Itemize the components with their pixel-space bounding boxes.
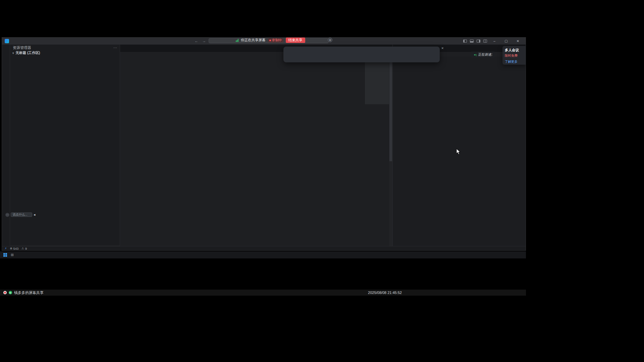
speaking-label: 正在讲述: bbox=[478, 52, 493, 57]
more-actions-icon[interactable]: ⋯ bbox=[113, 46, 117, 50]
layout-customize-icon[interactable] bbox=[483, 40, 487, 43]
explorer-header: 资源管理器 ⋯ bbox=[10, 45, 120, 51]
recording-dot-icon bbox=[269, 40, 271, 41]
recording-timestamp: 2025/08/08 21:45:52 bbox=[368, 291, 523, 295]
maximize-button[interactable]: ▢ bbox=[502, 39, 511, 43]
scrollbar-thumb[interactable] bbox=[389, 57, 392, 161]
comment-icon[interactable]: ⋯ bbox=[5, 213, 9, 217]
recording-bar-title: 钱多多的屏幕共享 bbox=[14, 290, 44, 295]
minimize-button[interactable]: – bbox=[490, 39, 499, 43]
promo-card: 多人会议 限时免费 了解更多 bbox=[502, 46, 526, 65]
speaking-indicator: ◄) 正在讲述: bbox=[471, 52, 495, 58]
explorer-title: 资源管理器 bbox=[13, 45, 31, 50]
windows-taskbar: ⊞ bbox=[0, 251, 526, 258]
comment-collapse-icon[interactable]: ◀ bbox=[34, 214, 35, 216]
mouse-cursor-icon bbox=[456, 148, 461, 156]
toggle-panel-icon[interactable] bbox=[470, 40, 474, 43]
file-tree bbox=[10, 55, 120, 246]
toolbar-close-icon[interactable]: ✕ bbox=[441, 47, 444, 50]
editor-group-2 bbox=[392, 45, 526, 246]
recording-bar: ▶ 钱多多的屏幕共享 2025/08/08 21:45:52 bbox=[0, 290, 526, 296]
workspace-section[interactable]: ∨ 无标题 (工作区) bbox=[10, 51, 120, 55]
screen: ← → – ▢ ✕ 资源管理器 ⋯ ∨ bbox=[0, 0, 644, 362]
promo-title: 多人会议 bbox=[505, 48, 524, 53]
workspace-label: 无标题 (工作区) bbox=[16, 51, 40, 55]
ide-window: ← → – ▢ ✕ 资源管理器 ⋯ ∨ bbox=[2, 37, 526, 251]
close-button[interactable]: ✕ bbox=[514, 39, 522, 43]
minimap-slider[interactable] bbox=[365, 57, 389, 104]
task-view-icon[interactable]: ⊞ bbox=[9, 253, 15, 257]
editor-group-1 bbox=[120, 45, 392, 246]
screen-share-banner: 你正在共享屏幕 录制中 结束共享 bbox=[236, 38, 305, 43]
error-icon: ⊗ bbox=[10, 247, 12, 250]
scrollbar[interactable] bbox=[389, 57, 392, 246]
warning-icon: ⚠ bbox=[21, 247, 24, 250]
status-bar: ⚡ ⊗ 543 ⚠ 9 bbox=[2, 246, 526, 250]
problems-warnings[interactable]: ⚠ 9 bbox=[21, 247, 27, 250]
speaker-icon: ◄) bbox=[473, 53, 477, 56]
window-controls: – ▢ ✕ bbox=[463, 39, 526, 43]
nav-back-icon[interactable]: ← bbox=[193, 39, 200, 43]
annotation-toolbar: ✕ bbox=[283, 47, 440, 62]
chevron-down-icon: ∨ bbox=[12, 52, 14, 55]
problems-errors[interactable]: ⊗ 543 bbox=[10, 247, 18, 250]
remote-indicator-icon[interactable]: ⚡ bbox=[5, 247, 7, 250]
code-editor[interactable] bbox=[120, 57, 392, 246]
promo-learn-more-link[interactable]: 了解更多 bbox=[505, 60, 524, 64]
recording-badge: 录制中 bbox=[268, 38, 283, 43]
nav-forward-icon[interactable]: → bbox=[201, 39, 207, 43]
share-status-text: 你正在共享屏幕 bbox=[241, 38, 266, 43]
toggle-secondary-sidebar-icon[interactable] bbox=[477, 40, 480, 43]
app-logo-icon bbox=[5, 39, 9, 43]
banner-collapse-button[interactable]: ∨ bbox=[328, 38, 332, 42]
sidebar-bottom-sections bbox=[10, 246, 120, 246]
comment-overlay: ⋯ 说点什么... ◀ bbox=[5, 213, 35, 217]
play-icon: ▶ bbox=[9, 291, 12, 294]
windows-logo-icon bbox=[3, 253, 7, 257]
signal-icon bbox=[236, 39, 238, 42]
toggle-sidebar-icon[interactable] bbox=[463, 40, 467, 43]
stop-share-button[interactable]: 结束共享 bbox=[286, 38, 305, 43]
record-indicator-icon bbox=[3, 291, 7, 294]
start-button[interactable] bbox=[1, 252, 9, 258]
comment-input[interactable]: 说点什么... bbox=[11, 213, 32, 217]
minimap[interactable] bbox=[365, 57, 389, 246]
promo-subtitle: 限时免费 bbox=[505, 54, 524, 58]
